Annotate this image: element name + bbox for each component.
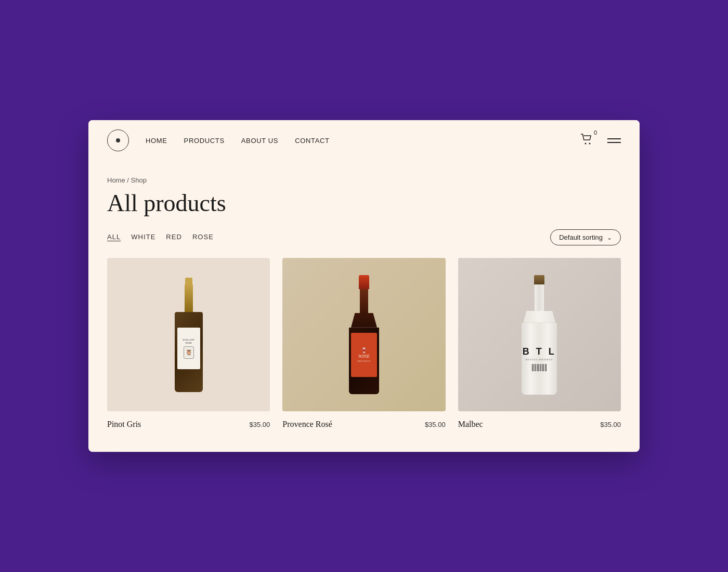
filter-bar: ALL WHITE RED ROSE Default sorting ⌄ xyxy=(107,229,621,245)
product-name-provence-rose: Provence Rosé xyxy=(282,420,332,429)
sort-label: Default sorting xyxy=(559,233,603,241)
product-card-pinot-gris[interactable]: ELEGANTWINE 🦉 Pinot Gris $35.00 xyxy=(107,258,270,431)
site-header: HOME PRODUCTS ABOUT US CONTACT 0 xyxy=(88,120,640,161)
product-image-malbec: B T L BOTTLE WHISKEY xyxy=(458,258,621,411)
logo[interactable] xyxy=(107,129,129,151)
product-image-pinot-gris: ELEGANTWINE 🦉 xyxy=(107,258,270,411)
bottle-pinot: ELEGANTWINE 🦉 xyxy=(173,278,204,392)
product-grid: ELEGANTWINE 🦉 Pinot Gris $35.00 xyxy=(107,258,621,431)
btl-logo: B T L xyxy=(523,346,556,357)
svg-point-0 xyxy=(585,143,587,145)
svg-point-1 xyxy=(589,143,591,145)
nav-products[interactable]: PRODUCTS xyxy=(184,137,225,145)
hamburger-line-2 xyxy=(607,142,621,143)
breadcrumb-home[interactable]: Home xyxy=(107,176,125,184)
filter-all[interactable]: ALL xyxy=(107,233,121,242)
product-price-pinot-gris: $35.00 xyxy=(250,421,270,428)
filter-red[interactable]: RED xyxy=(166,233,182,242)
main-content: Home / Shop All products ALL WHITE RED R… xyxy=(88,161,640,452)
nav-home[interactable]: HOME xyxy=(146,137,167,145)
product-name-pinot-gris: Pinot Gris xyxy=(107,420,141,429)
header-right: 0 xyxy=(580,134,621,147)
filter-rose[interactable]: ROSE xyxy=(192,233,214,242)
cart-icon xyxy=(580,134,593,145)
product-price-malbec: $35.00 xyxy=(600,421,621,428)
filter-tabs: ALL WHITE RED ROSE xyxy=(107,233,550,242)
breadcrumb: Home / Shop xyxy=(107,176,621,184)
bottle-rose: 🍷 WINE PROVENCE xyxy=(348,275,380,395)
sort-dropdown[interactable]: Default sorting ⌄ xyxy=(550,229,621,245)
filter-white[interactable]: WHITE xyxy=(131,233,155,242)
logo-dot xyxy=(116,138,120,142)
breadcrumb-current: Shop xyxy=(131,176,147,184)
product-info-malbec: Malbec $35.00 xyxy=(458,418,621,431)
bottle-malbec: B T L BOTTLE WHISKEY xyxy=(522,275,557,395)
hamburger-line-1 xyxy=(607,138,621,139)
page-title: All products xyxy=(107,189,621,217)
product-info-provence-rose: Provence Rosé $35.00 xyxy=(282,418,445,431)
product-price-provence-rose: $35.00 xyxy=(425,421,446,428)
breadcrumb-separator: / xyxy=(127,176,131,184)
nav-contact[interactable]: CONTACT xyxy=(295,137,329,145)
chevron-down-icon: ⌄ xyxy=(607,234,612,241)
nav-about[interactable]: ABOUT US xyxy=(241,137,278,145)
product-card-malbec[interactable]: B T L BOTTLE WHISKEY Malbec $35.00 xyxy=(458,258,621,431)
product-name-malbec: Malbec xyxy=(458,420,483,429)
cart-button[interactable]: 0 xyxy=(580,134,593,147)
main-nav: HOME PRODUCTS ABOUT US CONTACT xyxy=(146,137,580,145)
hamburger-menu[interactable] xyxy=(607,138,621,143)
product-card-provence-rose[interactable]: 🍷 WINE PROVENCE Provence Rosé $35.00 xyxy=(282,258,445,431)
cart-count: 0 xyxy=(594,129,597,136)
product-image-provence-rose: 🍷 WINE PROVENCE xyxy=(282,258,445,411)
browser-window: HOME PRODUCTS ABOUT US CONTACT 0 H xyxy=(88,120,640,452)
product-info-pinot-gris: Pinot Gris $35.00 xyxy=(107,418,270,431)
